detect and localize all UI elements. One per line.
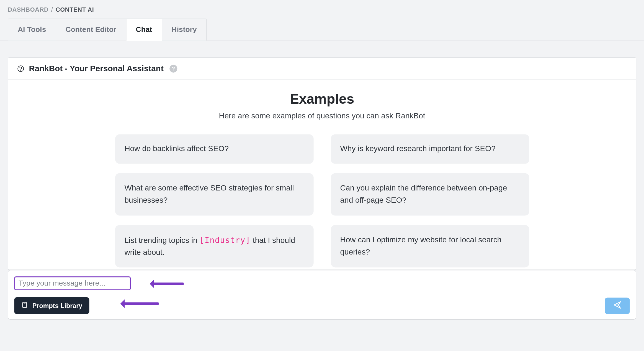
tabs: AI Tools Content Editor Chat History [0,17,644,41]
tab-ai-tools[interactable]: AI Tools [8,19,56,40]
example-text: How can I optimize my website for local … [340,234,519,258]
example-text: How do backlinks affect SEO? [124,143,229,155]
example-card[interactable]: Can you explain the difference between o… [331,173,529,216]
rankbot-icon [17,65,25,73]
prompts-library-button[interactable]: Prompts Library [14,297,89,314]
panel-title: RankBot - Your Personal Assistant [29,64,163,73]
example-card[interactable]: List trending topics in [Industry] that … [115,225,313,268]
annotation-arrow [151,283,184,285]
tab-history[interactable]: History [162,19,207,40]
example-card[interactable]: What are some effective SEO strategies f… [115,173,313,216]
breadcrumb-root[interactable]: DASHBOARD [8,6,48,13]
example-card[interactable]: How can I optimize my website for local … [331,225,529,268]
composer-panel: Prompts Library [8,270,636,320]
examples-subheading: Here are some examples of questions you … [25,111,619,121]
breadcrumb-current: CONTENT AI [56,6,94,13]
breadcrumb-separator: / [51,6,53,13]
document-icon [21,301,28,310]
example-text: What are some effective SEO strategies f… [124,182,304,207]
send-icon [613,301,622,311]
example-text: List trending topics in [Industry] that … [124,234,304,258]
example-grid: How do backlinks affect SEO? Why is keyw… [25,134,619,268]
help-icon[interactable]: ? [170,65,177,73]
examples-heading: Examples [25,91,619,107]
svg-point-1 [20,70,21,71]
example-variable: [Industry] [200,235,251,245]
example-text: Why is keyword research important for SE… [340,143,495,155]
message-input[interactable] [19,279,127,288]
chat-panel: RankBot - Your Personal Assistant ? Exam… [8,57,636,270]
examples-area: Examples Here are some examples of quest… [8,80,636,269]
panel-header: RankBot - Your Personal Assistant ? [8,58,636,80]
tab-chat[interactable]: Chat [126,19,162,41]
tab-content-editor[interactable]: Content Editor [56,19,127,40]
example-text: Can you explain the difference between o… [340,182,519,207]
example-card[interactable]: Why is keyword research important for SE… [331,134,529,164]
send-button[interactable] [605,297,630,314]
message-input-highlight [14,276,131,290]
annotation-arrow [122,302,159,305]
example-card[interactable]: How do backlinks affect SEO? [115,134,313,164]
prompts-library-label: Prompts Library [32,302,83,309]
breadcrumb: DASHBOARD / CONTENT AI [0,0,644,17]
